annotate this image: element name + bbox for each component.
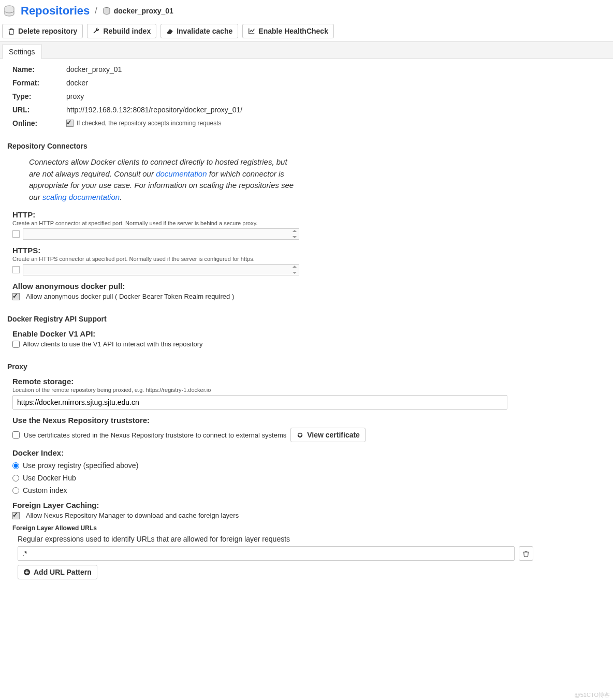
url-pattern-input[interactable] [18,546,515,561]
index-opt1-label: Use proxy registry (specified above) [23,461,138,470]
rebuild-index-button[interactable]: Rebuild index [87,24,156,38]
invalidate-cache-label: Invalidate cache [177,27,232,35]
online-hint: If checked, the repository accepts incom… [77,120,221,127]
delete-repository-label: Delete repository [18,27,77,35]
certificate-icon [296,431,304,439]
repo-icon [103,7,111,15]
proxy-section-header: Proxy [7,362,606,371]
database-icon [3,5,16,17]
registry-api-section-header: Docker Registry API Support [7,315,606,323]
remote-storage-label: Remote storage: [12,377,606,386]
format-label: Format: [12,79,66,87]
name-value: docker_proxy_01 [66,65,122,74]
view-certificate-button[interactable]: View certificate [290,428,366,442]
https-enable-checkbox[interactable] [12,266,20,273]
allowed-urls-header: Foreign Layer Allowed URLs [12,524,606,532]
online-label: Online: [12,119,66,127]
allowed-urls-desc: Regular expressions used to identify URL… [18,535,606,543]
http-port-input[interactable] [23,228,299,240]
index-docker-hub-radio[interactable] [12,475,19,482]
v1-api-checkbox[interactable] [12,341,20,348]
view-certificate-label: View certificate [307,431,360,439]
documentation-link[interactable]: documentation [156,169,207,178]
foreign-layer-cb-label: Allow Nexus Repository Manager to downlo… [26,512,239,519]
type-label: Type: [12,92,66,100]
anon-pull-label: Allow anonymous docker pull: [12,282,606,290]
anon-pull-checkbox[interactable] [12,293,20,300]
http-hint: Create an HTTP connector at specified po… [12,220,606,226]
truststore-label: Use the Nexus Repository truststore: [12,416,606,425]
index-custom-radio[interactable] [12,487,19,494]
http-label: HTTP: [12,210,606,219]
scaling-documentation-link[interactable]: scaling documentation [42,193,120,201]
plus-circle-icon [23,568,31,576]
url-value: http://192.168.9.132:8081/repository/doc… [66,106,242,114]
name-label: Name: [12,65,66,74]
chart-icon [248,27,255,35]
truststore-cb-label: Use certificates stored in the Nexus Rep… [24,431,286,439]
v1-api-cb-label: Allow clients to use the V1 API to inter… [23,340,203,348]
add-url-pattern-button[interactable]: Add URL Pattern [18,565,97,579]
index-proxy-registry-radio[interactable] [12,462,19,469]
delete-repository-button[interactable]: Delete repository [2,24,83,38]
connectors-section-header: Repository Connectors [7,142,606,150]
rebuild-index-label: Rebuild index [103,27,151,35]
add-url-pattern-label: Add URL Pattern [34,568,92,576]
wrench-icon [93,27,100,35]
foreign-layer-checkbox[interactable] [12,512,20,519]
invalidate-cache-button[interactable]: Invalidate cache [160,24,238,38]
truststore-checkbox[interactable] [12,431,20,439]
url-label: URL: [12,106,66,114]
remote-storage-input[interactable] [12,395,507,410]
format-value: docker [66,79,88,87]
connectors-help-text: Connectors allow Docker clients to conne… [29,156,298,203]
breadcrumb-repo-name: docker_proxy_01 [114,7,173,15]
docker-index-label: Docker Index: [12,448,606,457]
enable-healthcheck-button[interactable]: Enable HealthCheck [242,24,334,38]
http-enable-checkbox[interactable] [12,230,20,238]
remote-storage-hint: Location of the remote repository being … [12,387,606,393]
index-opt3-label: Custom index [23,486,67,494]
anon-pull-cb-label: Allow anonymous docker pull ( Docker Bea… [26,293,234,300]
trash-icon [522,550,530,557]
v1-api-label: Enable Docker V1 API: [12,329,606,338]
https-port-input[interactable] [23,264,299,275]
https-label: HTTPS: [12,246,606,255]
online-checkbox[interactable] [66,120,74,127]
index-opt2-label: Use Docker Hub [23,474,76,482]
breadcrumb-separator: / [95,6,97,16]
enable-healthcheck-label: Enable HealthCheck [258,27,328,35]
eraser-icon [166,27,173,35]
remove-pattern-button[interactable] [519,546,533,561]
foreign-layer-label: Foreign Layer Caching: [12,501,606,509]
type-value: proxy [66,92,84,100]
trash-icon [8,27,15,35]
tab-settings[interactable]: Settings [2,44,42,59]
https-hint: Create an HTTPS connector at specified p… [12,256,606,262]
repositories-link[interactable]: Repositories [21,4,90,18]
